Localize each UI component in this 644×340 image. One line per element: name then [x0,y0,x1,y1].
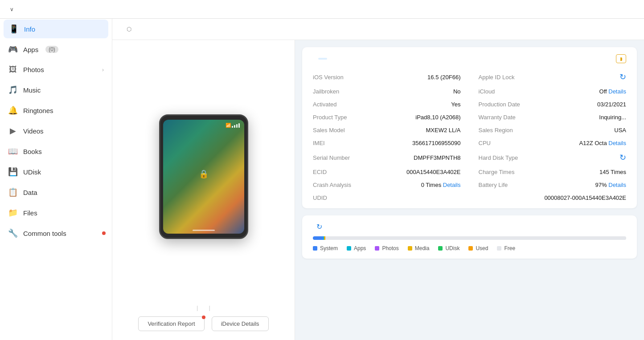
info-row-jailbroken: Jailbroken No [313,88,461,95]
sidebar-item-info[interactable]: 📱Info [4,20,108,38]
disk-capacity-card: ↻ SystemAppsPhotosMediaUDiskUsedFree [302,215,637,259]
sidebar-item-common-tools[interactable]: 🔧Common tools [0,223,112,243]
sidebar-badge-apps: (0) [45,46,58,53]
legend-item-udisk: UDisk [438,245,459,251]
legend-item-used: Used [468,245,488,251]
idevice-details-button[interactable]: iDevice Details [212,316,269,331]
info-row-ios-version: iOS Version 16.5 (20F66) [313,72,461,82]
device-panel: 📶 🔒 | | [112,40,295,340]
legend-dot-apps [347,246,351,251]
device-title-row [313,54,626,63]
legend-item-free: Free [497,245,515,251]
info-row-crash-analysis: Crash Analysis 0 Times Details [313,182,461,188]
sidebar-label-photos: Photos [23,66,44,73]
device-action-buttons: | | [186,304,221,311]
wifi-icon: 📶 [226,123,231,128]
files-icon: 📁 [8,208,18,218]
info-row-ecid: ECID 000A15440E3A402E [313,169,461,175]
device-info-card: iOS Version 16.5 (20F66) Apple ID Lock ↻… [302,47,637,208]
disk-bar [313,236,626,240]
sidebar-item-apps[interactable]: 🎮Apps(0) [0,39,112,60]
sidebar-label-files: Files [23,209,37,217]
sidebar: 📱Info🎮Apps(0)🖼Photos›🎵Music🔔Ringtones▶Vi… [0,19,112,340]
icloud-details-link[interactable]: Details [608,88,626,95]
apps-icon: 🎮 [8,45,18,54]
legend-dot-photos [375,246,379,251]
legend-dot-system [313,246,317,251]
crash-details-link[interactable]: Details [443,182,461,188]
ringtones-icon: 🔔 [8,105,18,115]
legend-label-used: Used [476,245,488,251]
legend-dot-media [408,246,412,251]
ipad-screen: 📶 🔒 [163,120,244,234]
sidebar-item-videos[interactable]: ▶Videos [0,121,112,141]
sidebar-label-common-tools: Common tools [23,230,66,237]
info-row-imei: IMEI 356617106955090 [313,140,461,146]
videos-icon: ▶ [8,126,18,136]
legend-label-free: Free [504,245,515,251]
music-icon: 🎵 [8,85,18,95]
sidebar-item-photos[interactable]: 🖼Photos› [0,60,112,80]
sidebar-label-videos: Videos [23,127,44,135]
device-actions: | | Verification Report iDevice Details [121,304,286,331]
info-row-production-date: Production Date 03/21/2021 [479,101,627,108]
info-row-hard-disk-type: Hard Disk Type ↻ [479,153,627,162]
info-row-warranty-date: Warranty Date Inquiring... [479,114,627,121]
legend-label-photos: Photos [382,245,398,251]
info-row-sales-model: Sales Model MXEW2 LL/A [313,127,461,134]
legend-label-media: Media [415,245,430,251]
chevron-down-icon[interactable]: ∨ [10,6,14,12]
info-row-product-type: Product Type iPad8,10 (A2068) [313,114,461,121]
charging-status [613,54,626,63]
device-tab[interactable]: ⬡ [123,26,131,32]
sidebar-label-music: Music [23,86,41,94]
info-row-battery-life: Battery Life 97% Details [479,182,627,188]
photos-icon: 🖼 [8,65,18,74]
legend-dot-udisk [438,246,443,251]
signal-bar [232,123,240,128]
verification-report-button[interactable]: Verification Report [138,316,204,331]
sidebar-item-data[interactable]: 📋Data [0,182,112,202]
main-content: 📶 🔒 | | [112,40,644,340]
cpu-details-link[interactable]: Details [608,140,626,146]
sidebar-item-music[interactable]: 🎵Music [0,80,112,100]
battery-details-link[interactable]: Details [608,182,626,188]
device-header: ⬡ [112,19,644,40]
title-bar: ∨ [0,0,644,19]
data-icon: 📋 [8,187,18,197]
battery-badge [616,54,626,63]
legend-label-apps: Apps [354,245,366,251]
disk-title: ↻ [313,223,322,231]
info-panel: iOS Version 16.5 (20F66) Apple ID Lock ↻… [295,40,644,340]
report-buttons: Verification Report iDevice Details [121,316,286,331]
ipad-frame: 📶 🔒 [159,114,248,239]
disk-legend: SystemAppsPhotosMediaUDiskUsedFree [313,245,626,251]
info-row-activated: Activated Yes [313,101,461,108]
info-row-udid: UDID 00008027-000A15440E3A402E [313,194,626,201]
notification-dot [202,316,205,319]
sidebar-item-books[interactable]: 📖Books [0,141,112,162]
separator-2: | [209,304,210,311]
legend-label-system: System [320,245,338,251]
legend-dot-free [497,246,501,251]
legend-dot-used [468,246,473,251]
disk-segment-free [325,236,626,240]
info-row-charge-times: Charge Times 145 Times [479,169,627,175]
sidebar-label-ringtones: Ringtones [23,107,53,114]
separator-1: | [197,304,198,311]
common-tools-icon: 🔧 [8,228,18,238]
sidebar-item-udisk[interactable]: 💾UDisk [0,162,112,182]
lock-icon: 🔒 [199,169,209,179]
legend-item-media: Media [408,245,430,251]
udisk-icon: 💾 [8,167,18,177]
info-row-sales-region: Sales Region USA [479,127,627,134]
sidebar-item-files[interactable]: 📁Files [0,202,112,223]
info-row-apple-id-lock: Apple ID Lock ↻ [479,72,627,82]
legend-item-apps: Apps [347,245,366,251]
legend-item-system: System [313,245,338,251]
sidebar-label-udisk: UDisk [23,168,41,176]
sidebar-label-apps: Apps [23,46,38,53]
info-grid: iOS Version 16.5 (20F66) Apple ID Lock ↻… [313,72,626,201]
home-bar [193,230,215,231]
sidebar-item-ringtones[interactable]: 🔔Ringtones [0,100,112,121]
